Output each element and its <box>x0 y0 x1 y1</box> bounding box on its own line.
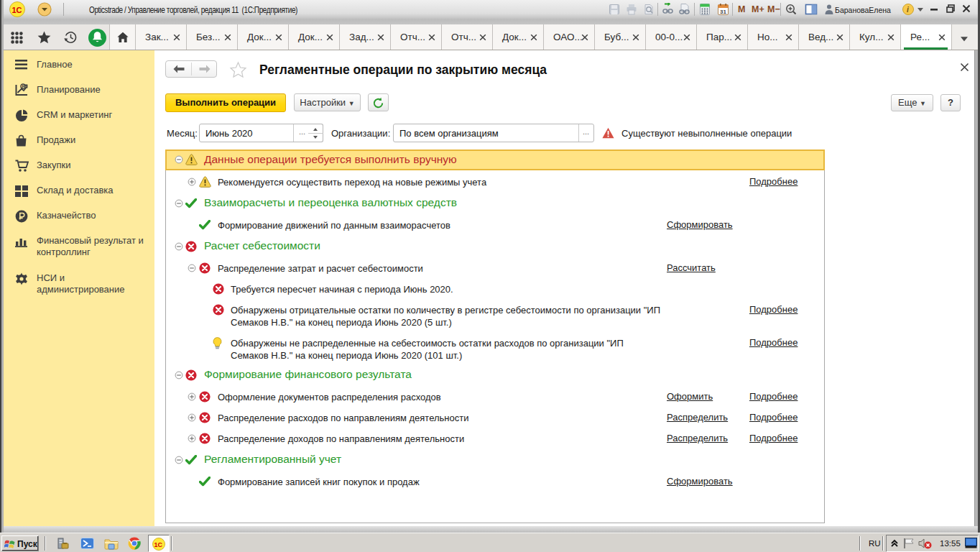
svg-text:i: i <box>907 6 909 14</box>
svg-text:1С: 1С <box>11 6 22 14</box>
svg-text:1С: 1С <box>154 541 163 548</box>
svg-text:31: 31 <box>720 9 726 15</box>
svg-text:Р: Р <box>22 84 25 89</box>
